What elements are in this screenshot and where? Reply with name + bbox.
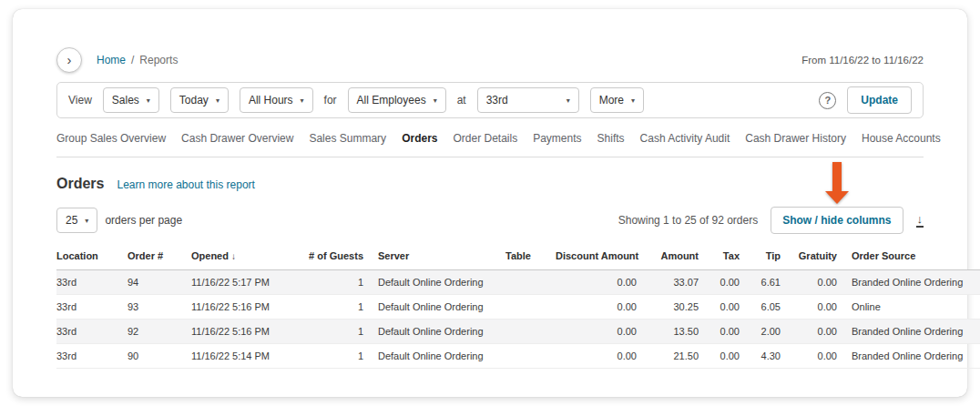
chevron-down-icon: ▾ [631,96,635,105]
col-tax[interactable]: Tax [706,243,747,270]
table-cell: 0.00 [548,344,644,369]
tab-sales-summary[interactable]: Sales Summary [309,132,386,145]
table-cell: Branded Online Ordering [844,344,980,369]
table-row[interactable]: 33rd9411/16/22 5:17 PM1Default Online Or… [56,270,980,295]
table-cell: 0.00 [548,295,644,320]
table-cell: 0.00 [706,344,747,369]
table-cell: 0.00 [788,344,844,369]
table-cell: Default Online Ordering [371,320,498,344]
tab-cash-activity-audit[interactable]: Cash Activity Audit [640,132,730,145]
learn-more-link[interactable]: Learn more about this report [117,178,254,191]
col-opened[interactable]: Opened↓ [184,243,289,270]
table-cell: 33rd [56,270,120,295]
table-controls-row: 25 ▾ orders per page Showing 1 to 25 of … [56,207,924,234]
table-row[interactable]: 33rd9011/16/22 5:14 PM1Default Online Or… [56,344,980,369]
tab-shifts[interactable]: Shifts [597,132,625,145]
table-cell: 0.00 [788,270,844,295]
more-filters-select[interactable]: More ▾ [590,87,644,113]
report-type-select[interactable]: Sales ▾ [103,87,159,113]
chevron-down-icon: ▾ [567,96,570,105]
col-gratuity[interactable]: Gratuity [788,243,844,270]
tab-cash-drawer-history[interactable]: Cash Drawer History [745,132,846,145]
chevron-right-icon: › [67,52,72,67]
chevron-down-icon: ▾ [434,96,437,105]
table-cell: 93 [120,295,184,320]
table-cell: 11/16/22 5:17 PM [184,270,289,295]
help-icon[interactable]: ? [819,92,836,109]
col-tip[interactable]: Tip [747,243,788,270]
table-cell: 21.50 [644,344,706,369]
orders-table-body: 33rd9411/16/22 5:17 PM1Default Online Or… [56,270,980,369]
table-cell: 0.00 [706,270,747,295]
question-mark-icon: ? [824,95,831,106]
tab-cash-drawer-overview[interactable]: Cash Drawer Overview [181,132,293,145]
col-table[interactable]: Table [498,243,548,270]
employees-value: All Employees [357,94,426,107]
table-cell: Branded Online Ordering [844,320,980,344]
col-location[interactable]: Location [56,243,120,270]
expand-nav-button[interactable]: › [56,47,82,73]
table-row[interactable]: 33rd9311/16/22 5:16 PM1Default Online Or… [56,295,980,320]
table-cell: 11/16/22 5:14 PM [184,344,289,369]
table-cell [498,270,548,295]
col-discount-amount[interactable]: Discount Amount [548,243,644,270]
date-preset-select[interactable]: Today ▾ [170,87,229,113]
table-header-row: Location Order # Opened↓ # of Guests Ser… [56,243,980,270]
tab-orders[interactable]: Orders [402,132,437,145]
chevron-down-icon: ▾ [85,217,88,225]
col-order-source[interactable]: Order Source [844,243,980,270]
table-cell: 92 [120,320,184,344]
table-cell: 1 [289,295,371,320]
table-cell: 30.25 [644,295,706,320]
reports-page-card: › Home / Reports From 11/16/22 to 11/16/… [13,9,967,397]
chevron-down-icon: ▾ [301,96,304,105]
hours-value: All Hours [249,94,293,107]
chevron-down-icon: ▾ [216,96,219,105]
table-cell: Default Online Ordering [371,270,498,295]
col-server[interactable]: Server [371,243,498,270]
col-amount[interactable]: Amount [644,243,706,270]
table-cell [498,295,548,320]
annotation-arrow-head [825,191,849,204]
chevron-down-icon: ▾ [147,96,150,105]
table-cell: Branded Online Ordering [844,270,980,295]
table-actions: Showing 1 to 25 of 92 orders Show / hide… [618,207,924,234]
at-label: at [457,94,466,107]
table-cell: 13.50 [644,320,706,344]
update-button[interactable]: Update [847,86,912,114]
table-cell: 33rd [56,344,120,369]
breadcrumb-current: Reports [139,54,178,66]
employees-select[interactable]: All Employees ▾ [348,87,446,113]
tab-house-accounts[interactable]: House Accounts [862,132,941,145]
report-tabs: Group Sales Overview Cash Drawer Overvie… [56,118,924,157]
view-label: View [68,94,92,107]
col-opened-label: Opened [191,250,229,261]
table-cell: 1 [289,320,371,344]
show-hide-columns-button[interactable]: Show / hide columns [771,207,903,234]
download-icon[interactable]: ↓ [916,213,924,228]
page-size-value: 25 [66,214,77,227]
hours-select[interactable]: All Hours ▾ [240,87,313,113]
page-size-select[interactable]: 25 ▾ [56,208,97,233]
table-cell: 1 [289,270,371,295]
tab-payments[interactable]: Payments [533,132,581,145]
table-cell: 1 [289,344,371,369]
location-select[interactable]: 33rd ▾ [477,87,579,113]
table-cell: 33.07 [644,270,706,295]
breadcrumb-home-link[interactable]: Home [97,54,126,66]
tab-group-sales-overview[interactable]: Group Sales Overview [56,132,166,145]
date-range-label: From 11/16/22 to 11/16/22 [801,55,924,66]
sort-desc-icon: ↓ [231,251,236,261]
tab-order-details[interactable]: Order Details [453,132,517,145]
table-row[interactable]: 33rd9211/16/22 5:16 PM1Default Online Or… [56,320,980,344]
table-cell: Online [844,295,980,320]
table-cell: Default Online Ordering [371,344,498,369]
report-type-value: Sales [112,94,139,107]
date-preset-value: Today [179,94,209,107]
table-cell: 6.05 [747,295,788,320]
col-order-number[interactable]: Order # [120,243,184,270]
breadcrumb-row: › Home / Reports From 11/16/22 to 11/16/… [56,47,924,73]
table-cell: 0.00 [788,295,844,320]
col-guests[interactable]: # of Guests [289,243,371,270]
breadcrumb: Home / Reports [97,54,178,66]
